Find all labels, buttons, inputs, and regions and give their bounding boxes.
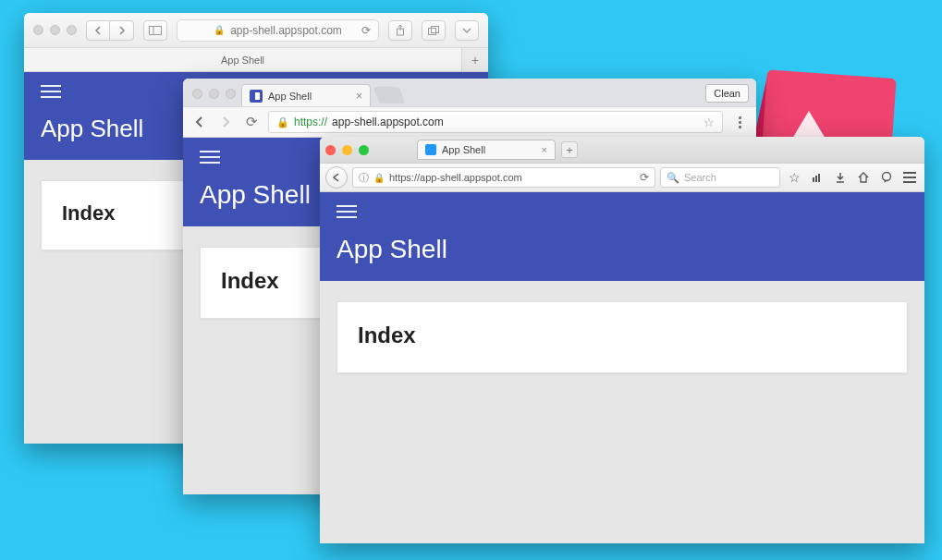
page-viewport: App Shell Index: [320, 192, 924, 543]
share-button[interactable]: [388, 20, 412, 41]
back-button[interactable]: [325, 166, 348, 189]
nav-buttons: [86, 20, 134, 41]
tab-title: App Shell: [268, 91, 312, 102]
back-button[interactable]: [190, 113, 209, 131]
firefox-window: App Shell × + ⓘ 🔒 https://app-shell.apps…: [320, 137, 924, 543]
svg-rect-0: [150, 26, 162, 34]
minimize-window-icon[interactable]: [342, 145, 352, 155]
tabs-overview-button[interactable]: [422, 20, 446, 41]
url-host: app-shell.appspot.com: [332, 116, 444, 128]
svg-rect-7: [818, 174, 820, 182]
forward-button[interactable]: [216, 113, 235, 131]
site-info-icon[interactable]: ⓘ: [359, 171, 369, 185]
svg-point-8: [883, 173, 891, 181]
downloads-icon[interactable]: [831, 168, 850, 187]
svg-rect-3: [429, 28, 436, 34]
url-scheme: https://: [294, 116, 327, 128]
reload-icon[interactable]: ⟳: [361, 24, 371, 37]
minimize-window-icon[interactable]: [50, 25, 60, 35]
search-icon: 🔍: [667, 172, 679, 184]
menu-icon[interactable]: [336, 205, 357, 218]
window-controls[interactable]: [325, 145, 369, 155]
forward-button[interactable]: [110, 20, 134, 41]
new-tab-button[interactable]: +: [462, 53, 488, 67]
safari-toolbar: 🔒 app-shell.appspot.com ⟳: [24, 13, 488, 48]
more-button[interactable]: [455, 20, 479, 41]
minimize-window-icon[interactable]: [209, 89, 219, 99]
library-icon[interactable]: [808, 168, 826, 187]
svg-rect-5: [813, 177, 814, 182]
favicon-icon: [425, 144, 436, 155]
search-placeholder: Search: [684, 172, 716, 183]
close-tab-icon[interactable]: ×: [356, 90, 362, 103]
menu-icon[interactable]: [41, 85, 61, 98]
svg-rect-6: [815, 176, 817, 182]
lock-icon: 🔒: [214, 25, 225, 35]
menu-icon[interactable]: [200, 151, 220, 164]
favicon-icon: [250, 90, 263, 103]
search-bar[interactable]: 🔍 Search: [660, 167, 780, 188]
firefox-toolbar: ⓘ 🔒 https://app-shell.appspot.com ⟳ 🔍 Se…: [320, 163, 924, 192]
browser-tab[interactable]: App Shell ×: [241, 84, 371, 106]
lock-icon: 🔒: [276, 116, 289, 128]
url-text: https://app-shell.appspot.com: [389, 172, 522, 183]
bookmark-star-icon[interactable]: ☆: [785, 168, 803, 187]
close-window-icon[interactable]: [33, 25, 43, 35]
content-area: Index: [320, 281, 924, 394]
close-tab-icon[interactable]: ×: [542, 144, 547, 155]
chat-icon[interactable]: [877, 168, 896, 187]
url-text: app-shell.appspot.com: [230, 24, 342, 37]
app-title: App Shell: [336, 235, 908, 264]
back-button[interactable]: [86, 20, 110, 41]
address-bar[interactable]: 🔒 app-shell.appspot.com ⟳: [177, 19, 379, 42]
menu-button[interactable]: [900, 168, 919, 187]
lock-icon: 🔒: [373, 173, 385, 183]
new-tab-button[interactable]: +: [561, 141, 578, 158]
bookmark-star-icon[interactable]: ☆: [703, 116, 715, 129]
zoom-window-icon[interactable]: [226, 89, 236, 99]
clean-button[interactable]: Clean: [705, 84, 749, 103]
browser-tab[interactable]: App Shell: [24, 48, 462, 71]
close-window-icon[interactable]: [325, 145, 336, 155]
browser-tab[interactable]: App Shell ×: [417, 140, 556, 160]
app-header: App Shell: [320, 192, 924, 281]
svg-rect-4: [432, 26, 439, 32]
sidebar-button[interactable]: [143, 20, 167, 41]
address-bar[interactable]: 🔒 https://app-shell.appspot.com ☆: [268, 111, 723, 133]
zoom-window-icon[interactable]: [359, 145, 369, 155]
new-tab-button[interactable]: [373, 87, 406, 103]
content-card: Index: [336, 301, 908, 373]
reload-icon[interactable]: ⟳: [640, 171, 649, 184]
firefox-tabbar: App Shell × +: [320, 137, 924, 163]
home-icon[interactable]: [854, 168, 873, 187]
chrome-tabbar: App Shell × Clean: [183, 79, 756, 106]
reload-button[interactable]: ⟳: [242, 113, 261, 131]
chrome-toolbar: ⟳ 🔒 https://app-shell.appspot.com ☆: [183, 106, 756, 138]
window-controls[interactable]: [192, 89, 236, 99]
tab-title: App Shell: [442, 144, 485, 155]
close-window-icon[interactable]: [192, 89, 202, 99]
card-heading: Index: [358, 323, 887, 348]
safari-tabbar: App Shell +: [24, 48, 488, 72]
clean-button-label: Clean: [714, 88, 740, 99]
extensions-menu-icon[interactable]: [730, 113, 749, 131]
address-bar[interactable]: ⓘ 🔒 https://app-shell.appspot.com ⟳: [352, 167, 655, 188]
window-controls[interactable]: [33, 25, 77, 35]
tab-title: App Shell: [221, 55, 264, 66]
zoom-window-icon[interactable]: [67, 25, 77, 35]
